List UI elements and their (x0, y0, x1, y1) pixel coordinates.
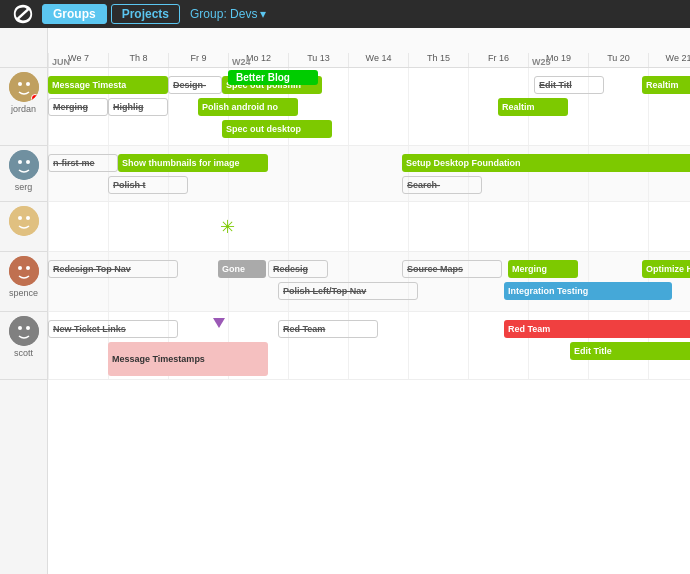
task-bar[interactable]: Red Team (278, 320, 378, 338)
task-bar[interactable]: Message Timesta (48, 76, 168, 94)
main-area[interactable]: JUNWe 7Th 8Fr 9W24Mo 12Tu 13We 14Th 15Fr… (48, 28, 690, 574)
gantt-row: n-first-meShow thumbnails for imageSetup… (48, 146, 690, 202)
group-dropdown[interactable]: Group: Devs ▾ (190, 7, 266, 21)
task-bar[interactable]: Redesign Top Nav (48, 260, 178, 278)
avatar (9, 72, 39, 102)
logo (8, 0, 38, 28)
day-cell: Th 8 (108, 53, 168, 67)
gantt-row: New Ticket LinksRed TeamRed TeamMessage … (48, 312, 690, 380)
task-bar[interactable]: Polish t (108, 176, 188, 194)
gantt-row: Better BlogMessage TimestaDesign-Spec ou… (48, 68, 690, 146)
timeline: jordansergspencescott JUNWe 7Th 8Fr 9W24… (0, 28, 690, 574)
task-bar[interactable]: Edit Titl (534, 76, 604, 94)
week-label: W24 (232, 57, 251, 67)
people-column: jordansergspencescott (0, 28, 48, 574)
person-name: serg (15, 182, 33, 192)
svg-point-11 (26, 266, 30, 270)
task-bar[interactable]: Redesig (268, 260, 328, 278)
top-nav: Groups Projects Group: Devs ▾ (0, 0, 690, 28)
day-cell: Fr 16 (468, 53, 528, 67)
avatar (9, 150, 39, 180)
svg-point-13 (18, 326, 22, 330)
spinner-icon: ✳ (220, 216, 235, 238)
task-bar[interactable]: Setup Desktop Foundation (402, 154, 690, 172)
svg-point-10 (18, 266, 22, 270)
logo-icon (12, 3, 34, 25)
avatar (9, 256, 39, 286)
svg-point-3 (9, 150, 39, 180)
svg-point-12 (9, 316, 39, 346)
task-bar[interactable]: Realtim (642, 76, 690, 94)
task-bar[interactable]: Highlig (108, 98, 168, 116)
notification-dot (31, 94, 39, 102)
task-bar[interactable]: Integration Testing (504, 282, 672, 300)
avatar (9, 206, 39, 236)
groups-button[interactable]: Groups (42, 4, 107, 24)
task-bar[interactable]: Polish Left/Top Nav (278, 282, 418, 300)
task-bar[interactable]: Spec out desktop (222, 120, 332, 138)
week-group: W25Mo 19Tu 20We 21Th 22Fr 23 (528, 53, 690, 67)
task-bar[interactable]: Merging (508, 260, 578, 278)
gantt-chart: JUNWe 7Th 8Fr 9W24Mo 12Tu 13We 14Th 15Fr… (48, 28, 690, 380)
week-group: W24Mo 12Tu 13We 14Th 15Fr 16 (228, 53, 528, 67)
svg-point-1 (18, 82, 22, 86)
task-bar[interactable]: n-first-me (48, 154, 118, 172)
svg-point-14 (26, 326, 30, 330)
task-bar[interactable]: New Ticket Links (48, 320, 178, 338)
week-label: W25 (532, 57, 551, 67)
day-cell: We 21 (648, 53, 690, 67)
purple-triangle-icon (213, 318, 225, 328)
task-bar[interactable]: Edit Title (570, 342, 690, 360)
day-cell: Tu 13 (288, 53, 348, 67)
svg-point-6 (9, 206, 39, 236)
person-row (0, 202, 47, 252)
projects-button[interactable]: Projects (111, 4, 180, 24)
day-cell: Fr 9 (168, 53, 228, 67)
gantt-rows: Better BlogMessage TimestaDesign-Spec ou… (48, 68, 690, 380)
app: Groups Projects Group: Devs ▾ jordanserg… (0, 0, 690, 574)
task-bar[interactable]: Search- (402, 176, 482, 194)
task-bar[interactable]: Source Maps (402, 260, 502, 278)
task-bar[interactable]: Red Team (504, 320, 690, 338)
week-group: JUNWe 7Th 8Fr 9 (48, 53, 228, 67)
person-name: scott (14, 348, 33, 358)
svg-point-4 (18, 160, 22, 164)
avatar (9, 316, 39, 346)
task-bar[interactable]: Message Timestamps (108, 342, 268, 376)
svg-point-8 (26, 216, 30, 220)
day-cell: We 14 (348, 53, 408, 67)
day-cell: Tu 20 (588, 53, 648, 67)
task-bar[interactable]: Optimize Heap T (642, 260, 690, 278)
person-row: scott (0, 312, 47, 380)
task-bar[interactable]: Merging (48, 98, 108, 116)
milestone-banner: Better Blog (228, 70, 318, 85)
svg-point-7 (18, 216, 22, 220)
task-bar[interactable]: Realtim (498, 98, 568, 116)
task-bar[interactable]: Show thumbnails for image (118, 154, 268, 172)
gantt-row: Redesign Top NavGoneRedesigSource MapsMe… (48, 252, 690, 312)
day-cell: Th 15 (408, 53, 468, 67)
task-bar[interactable]: Polish android no (198, 98, 298, 116)
svg-point-9 (9, 256, 39, 286)
svg-point-5 (26, 160, 30, 164)
task-bar[interactable]: Design- (168, 76, 222, 94)
people-header (0, 28, 47, 68)
person-name: spence (9, 288, 38, 298)
task-bar[interactable]: Gone (218, 260, 266, 278)
person-row: serg (0, 146, 47, 202)
person-name: jordan (11, 104, 36, 114)
person-row: jordan (0, 68, 47, 146)
week-label: JUN (52, 57, 70, 67)
person-row: spence (0, 252, 47, 312)
gantt-row: ✳ (48, 202, 690, 252)
date-header: JUNWe 7Th 8Fr 9W24Mo 12Tu 13We 14Th 15Fr… (48, 28, 690, 68)
svg-point-2 (26, 82, 30, 86)
